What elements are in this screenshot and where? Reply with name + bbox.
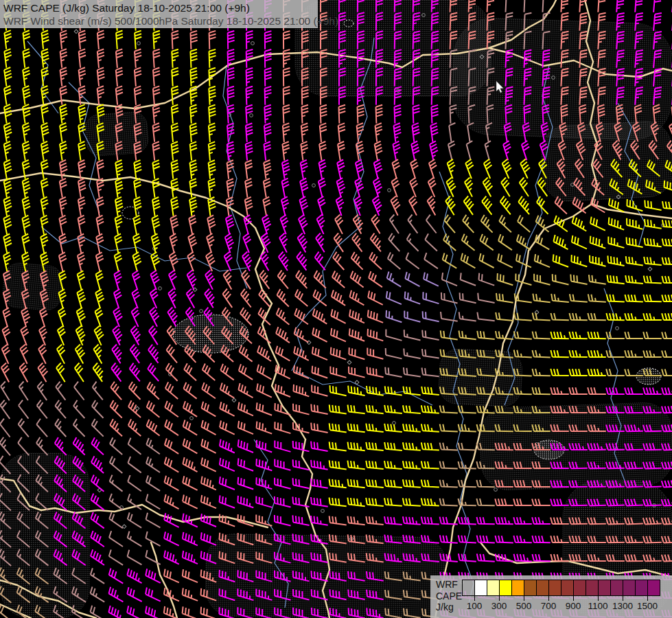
legend-labels: WRF CAPE J/kg bbox=[436, 579, 462, 613]
legend-tick-label: 100 bbox=[467, 601, 483, 611]
legend-cell-9 bbox=[573, 580, 586, 596]
legend-tick bbox=[524, 595, 524, 601]
stipple-patch bbox=[479, 402, 672, 491]
legend-tick bbox=[573, 595, 574, 601]
title-line-cape: WRF CAPE (J/kg) Saturday 18-10-2025 21:0… bbox=[3, 1, 318, 14]
legend-tick-label: 300 bbox=[491, 601, 507, 611]
legend-tick bbox=[548, 595, 549, 601]
legend-tick-label: 500 bbox=[516, 601, 532, 611]
legend-tick-label: 1500 bbox=[637, 601, 658, 611]
legend-cell-4 bbox=[511, 580, 524, 596]
legend-cell-12 bbox=[610, 580, 623, 596]
legend-cell-8 bbox=[561, 580, 574, 596]
legend-tick bbox=[623, 595, 623, 601]
legend-cell-11 bbox=[598, 580, 611, 596]
legend-tick-label: 1100 bbox=[588, 601, 607, 611]
legend-cell-6 bbox=[536, 580, 549, 596]
legend-tick-label: 700 bbox=[541, 601, 557, 611]
legend-tick bbox=[647, 595, 648, 601]
legend-cell-2 bbox=[487, 580, 500, 596]
title-overlay: WRF CAPE (J/kg) Saturday 18-10-2025 21:0… bbox=[0, 0, 318, 28]
legend-tick-label: 1300 bbox=[612, 601, 633, 611]
title-line-shear: WRF Wind shear (m/s) 500/1000hPa Saturda… bbox=[3, 14, 318, 27]
legend-tick bbox=[474, 595, 475, 601]
legend-colorbar bbox=[462, 580, 660, 596]
legend-cell-14 bbox=[635, 580, 648, 596]
legend-cell-15 bbox=[647, 580, 660, 596]
legend-label-unit: J/kg bbox=[436, 602, 462, 613]
lake-outline bbox=[173, 314, 248, 353]
weather-map-screenshot: WRF CAPE (J/kg) Saturday 18-10-2025 21:0… bbox=[0, 0, 672, 618]
legend-label-cape: CAPE bbox=[436, 591, 462, 602]
legend-tick-label: 900 bbox=[566, 601, 581, 611]
legend-cell-7 bbox=[548, 580, 561, 596]
cape-legend: WRF CAPE J/kg 10030050070090011001300150… bbox=[430, 575, 672, 618]
stipple-patch bbox=[1, 262, 63, 311]
legend-tick bbox=[499, 595, 500, 601]
legend-tick bbox=[598, 595, 599, 601]
map-canvas bbox=[0, 0, 672, 618]
legend-cell-13 bbox=[623, 580, 636, 596]
legend-cell-1 bbox=[474, 580, 487, 596]
legend-label-wrf: WRF bbox=[436, 579, 462, 591]
legend-cell-5 bbox=[524, 580, 537, 596]
legend-cell-0 bbox=[462, 580, 475, 596]
legend-cell-3 bbox=[499, 580, 512, 596]
legend-cell-10 bbox=[586, 580, 599, 596]
